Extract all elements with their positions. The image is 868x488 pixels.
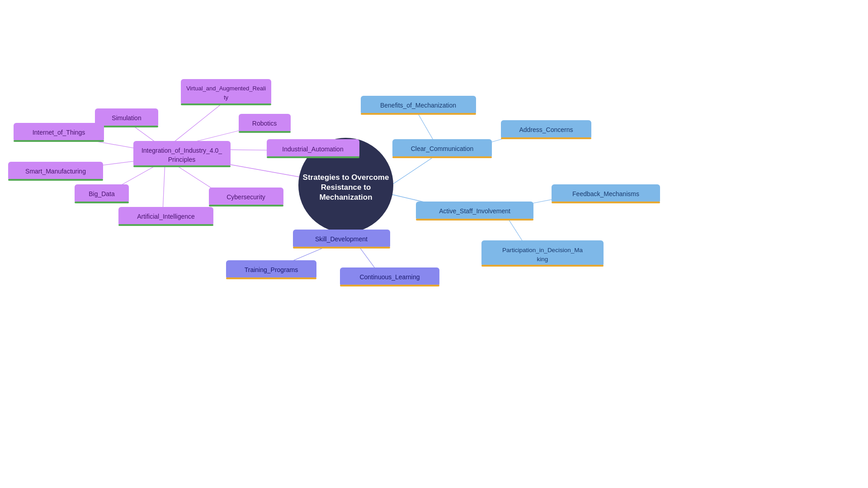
simulation-node[interactable] bbox=[95, 108, 158, 129]
clear-communication-node[interactable] bbox=[392, 139, 492, 160]
training-programs-node[interactable] bbox=[226, 260, 316, 281]
cybersecurity-node[interactable] bbox=[209, 188, 283, 208]
smart-manufacturing-node[interactable] bbox=[8, 162, 103, 183]
benefits-node[interactable] bbox=[361, 96, 476, 117]
iot-node[interactable] bbox=[14, 123, 104, 144]
virtual-reality-node[interactable] bbox=[181, 79, 271, 107]
active-staff-node[interactable] bbox=[416, 202, 533, 222]
continuous-learning-node[interactable] bbox=[340, 267, 439, 288]
industry-hub-node[interactable] bbox=[133, 141, 231, 169]
big-data-node[interactable] bbox=[75, 184, 129, 205]
artificial-intelligence-node[interactable] bbox=[118, 207, 213, 228]
feedback-mechanisms-node[interactable] bbox=[552, 184, 660, 205]
svg-line-12 bbox=[163, 162, 165, 211]
skill-development-node[interactable] bbox=[293, 230, 390, 250]
robotics-node[interactable] bbox=[239, 114, 291, 135]
participation-node[interactable] bbox=[481, 240, 604, 268]
address-concerns-node[interactable] bbox=[501, 120, 591, 141]
industrial-automation-node[interactable] bbox=[267, 139, 359, 160]
